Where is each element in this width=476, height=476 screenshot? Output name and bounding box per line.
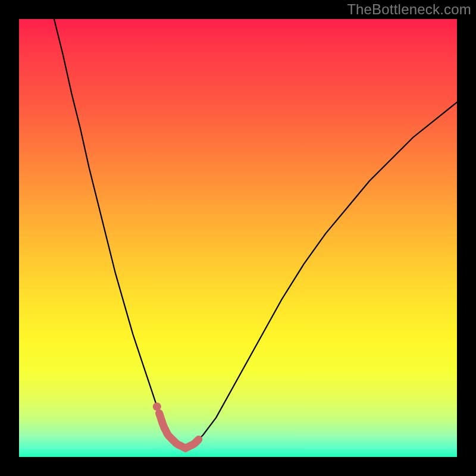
highlight-dot	[153, 402, 161, 411]
chart-svg	[19, 19, 457, 457]
plot-area	[19, 19, 457, 457]
highlight-segment	[159, 413, 199, 448]
bottleneck-curve	[54, 19, 457, 448]
watermark-text: TheBottleneck.com	[347, 1, 471, 18]
chart-frame: TheBottleneck.com	[0, 0, 476, 476]
